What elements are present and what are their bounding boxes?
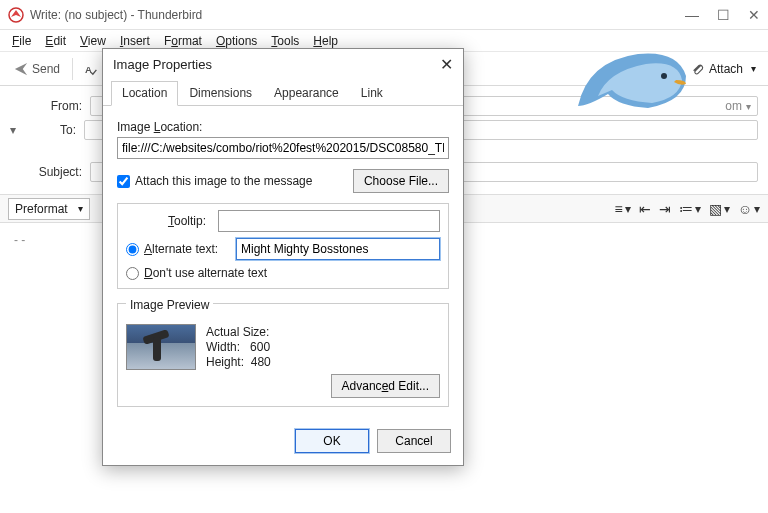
- tab-location[interactable]: Location: [111, 81, 178, 106]
- menu-format[interactable]: Format: [158, 32, 208, 50]
- image-properties-dialog: Image Properties ✕ Location Dimensions A…: [102, 48, 464, 466]
- cancel-button[interactable]: Cancel: [377, 429, 451, 453]
- advanced-edit-button[interactable]: Advanced Edit...: [331, 374, 440, 398]
- ok-button[interactable]: OK: [295, 429, 369, 453]
- outdent-icon[interactable]: ⇤: [639, 201, 651, 217]
- chevron-down-icon: ▾: [78, 203, 83, 214]
- no-alternate-text-radio-label: Don't use alternate text: [144, 266, 267, 280]
- tooltip-input[interactable]: [218, 210, 440, 232]
- to-label: To:: [18, 123, 84, 137]
- close-icon[interactable]: ✕: [440, 55, 453, 74]
- image-preview-title: Image Preview: [126, 298, 213, 312]
- image-location-input[interactable]: [117, 137, 449, 159]
- chevron-down-icon: ▾: [751, 63, 756, 74]
- titlebar: Write: (no subject) - Thunderbird — ☐ ✕: [0, 0, 768, 30]
- alternate-text-input[interactable]: [236, 238, 440, 260]
- dialog-tabs: Location Dimensions Appearance Link: [103, 80, 463, 106]
- dialog-title: Image Properties: [113, 57, 440, 72]
- tooltip-label: Tooltip:: [126, 214, 212, 228]
- alternate-text-radio-label: Alternate text:: [144, 242, 218, 256]
- window-close-icon[interactable]: ✕: [748, 7, 760, 23]
- body-placeholder: - -: [14, 233, 25, 247]
- menu-edit[interactable]: Edit: [39, 32, 72, 50]
- actual-size-label: Actual Size:: [206, 325, 271, 339]
- window-max-icon[interactable]: ☐: [717, 7, 730, 23]
- image-location-label: Image Location:: [117, 120, 449, 134]
- image-dimensions: Actual Size: Width: 600 Height: 480: [206, 324, 271, 370]
- tab-link[interactable]: Link: [350, 81, 394, 106]
- menu-tools[interactable]: Tools: [265, 32, 305, 50]
- choose-file-button[interactable]: Choose File...: [353, 169, 449, 193]
- attach-image-checkbox-input[interactable]: [117, 175, 130, 188]
- menu-help[interactable]: Help: [307, 32, 344, 50]
- chevron-down-icon: ▾: [746, 101, 751, 112]
- send-label: Send: [32, 62, 60, 76]
- chevron-down-icon[interactable]: ▾: [10, 123, 16, 137]
- attach-image-checkbox[interactable]: Attach this image to the message: [117, 174, 347, 188]
- emoji-icon[interactable]: ☺▾: [738, 201, 760, 217]
- align-justify-icon[interactable]: ≡▾: [615, 201, 631, 217]
- tab-appearance[interactable]: Appearance: [263, 81, 350, 106]
- subject-label: Subject:: [10, 165, 90, 179]
- no-alternate-text-radio-input[interactable]: [126, 267, 139, 280]
- width-label: Width:: [206, 340, 240, 354]
- indent-icon[interactable]: ⇥: [659, 201, 671, 217]
- dialog-buttons: OK Cancel: [103, 419, 463, 465]
- height-label: Height:: [206, 355, 244, 369]
- menu-options[interactable]: Options: [210, 32, 263, 50]
- from-label: From:: [10, 99, 90, 113]
- svg-point-2: [661, 73, 667, 79]
- menu-file[interactable]: File: [6, 32, 37, 50]
- attach-button[interactable]: Attach ▾: [685, 62, 762, 76]
- alternate-text-radio-input[interactable]: [126, 243, 139, 256]
- send-button[interactable]: Send: [6, 58, 68, 80]
- width-value: 600: [250, 340, 270, 354]
- menu-view[interactable]: View: [74, 32, 112, 50]
- list-icon[interactable]: ≔▾: [679, 201, 701, 217]
- image-preview-thumbnail: [126, 324, 196, 370]
- no-alternate-text-radio[interactable]: Don't use alternate text: [126, 266, 440, 280]
- thunderbird-app-icon: [8, 7, 24, 23]
- alternate-text-radio[interactable]: Alternate text:: [126, 242, 230, 256]
- height-value: 480: [251, 355, 271, 369]
- insert-image-icon[interactable]: ▧▾: [709, 201, 730, 217]
- toolbar-separator: [72, 58, 73, 80]
- window-min-icon[interactable]: —: [685, 7, 699, 23]
- paperclip-icon: [691, 62, 705, 76]
- tab-dimensions[interactable]: Dimensions: [178, 81, 263, 106]
- menu-insert[interactable]: Insert: [114, 32, 156, 50]
- attach-label: Attach: [709, 62, 743, 76]
- window-title: Write: (no subject) - Thunderbird: [30, 8, 685, 22]
- paragraph-style-label: Preformat: [15, 202, 68, 216]
- dialog-titlebar: Image Properties ✕: [103, 49, 463, 80]
- paragraph-style-select[interactable]: Preformat ▾: [8, 198, 90, 220]
- attach-image-checkbox-label: Attach this image to the message: [135, 174, 312, 188]
